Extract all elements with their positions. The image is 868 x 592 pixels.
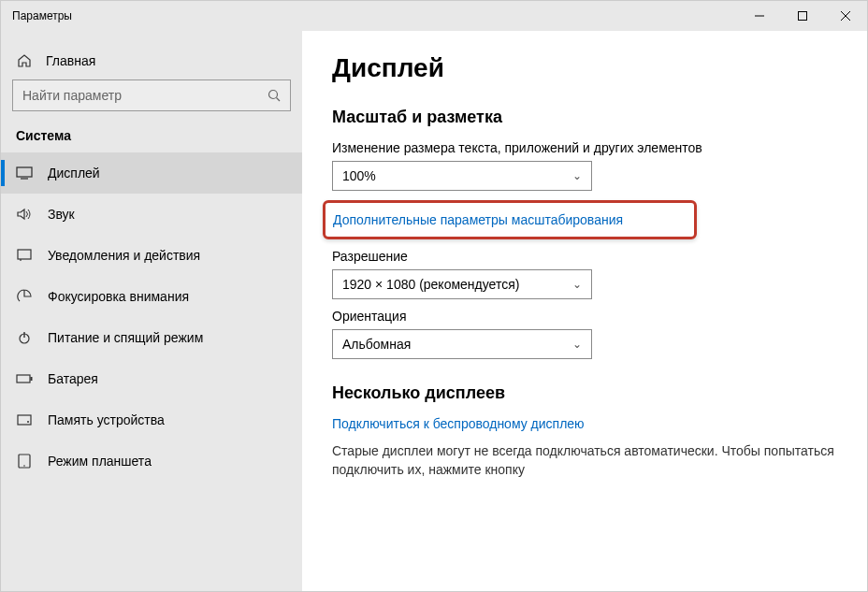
help-text: Старые дисплеи могут не всегда подключат… [332,442,837,479]
sidebar-item-battery[interactable]: Батарея [1,358,302,399]
resolution-label: Разрешение [332,249,837,264]
section-multi-title: Несколько дисплеев [332,383,837,403]
maximize-button[interactable] [781,1,824,31]
home-icon [16,53,33,68]
power-icon [16,331,33,344]
home-label: Главная [46,53,95,68]
sidebar-item-label: Фокусировка внимания [48,289,189,304]
sidebar-item-label: Батарея [48,371,98,386]
titlebar: Параметры [1,1,867,31]
section-label: Система [1,128,302,152]
search-input[interactable] [22,88,268,103]
sidebar-item-power[interactable]: Питание и спящий режим [1,317,302,358]
display-icon [16,166,33,180]
storage-icon [16,414,33,426]
scale-label: Изменение размера текста, приложений и д… [332,140,837,155]
chevron-down-icon: ⌄ [572,278,582,291]
svg-rect-8 [18,250,31,259]
sidebar-item-storage[interactable]: Память устройства [1,399,302,440]
highlight-annotation: Дополнительные параметры масштабирования [323,200,697,239]
advanced-scaling-link[interactable]: Дополнительные параметры масштабирования [333,212,687,227]
sidebar-item-sound[interactable]: Звук [1,194,302,235]
window-title: Параметры [12,9,738,22]
notifications-icon [16,249,33,262]
scale-value: 100% [342,168,376,183]
sidebar-item-label: Режим планшета [48,454,152,469]
svg-rect-12 [31,377,33,381]
sidebar-item-tablet[interactable]: Режим планшета [1,440,302,482]
svg-point-14 [27,421,29,423]
close-button[interactable] [824,1,867,31]
section-scale-title: Масштаб и разметка [332,108,837,127]
orientation-label: Ориентация [332,309,837,324]
sidebar-item-label: Дисплей [48,166,100,180]
svg-line-5 [277,98,281,102]
scale-select[interactable]: 100% ⌄ [332,161,592,191]
sidebar-item-notifications[interactable]: Уведомления и действия [1,235,302,276]
resolution-value: 1920 × 1080 (рекомендуется) [342,277,519,292]
page-title: Дисплей [332,53,837,83]
svg-rect-6 [17,167,32,177]
sidebar-item-label: Звук [48,207,75,222]
home-button[interactable]: Главная [1,46,302,79]
nav-list: Дисплей Звук Уведомления и действия Фоку… [1,152,302,482]
svg-point-16 [23,465,25,467]
focus-icon [16,289,33,304]
svg-rect-11 [17,375,30,383]
battery-icon [16,374,33,383]
main-content: Дисплей Масштаб и разметка Изменение раз… [302,31,867,591]
sidebar-item-label: Уведомления и действия [48,248,200,263]
svg-rect-1 [799,12,807,21]
chevron-down-icon: ⌄ [572,169,582,182]
tablet-icon [16,454,33,469]
wireless-display-link[interactable]: Подключиться к беспроводному дисплею [332,416,837,431]
orientation-select[interactable]: Альбомная ⌄ [332,329,592,359]
resolution-select[interactable]: 1920 × 1080 (рекомендуется) ⌄ [332,269,592,299]
chevron-down-icon: ⌄ [572,338,582,351]
svg-point-4 [269,91,278,99]
svg-rect-13 [18,415,31,425]
sidebar-item-display[interactable]: Дисплей [1,152,302,194]
sidebar-item-label: Память устройства [48,412,165,427]
orientation-value: Альбомная [342,337,411,352]
minimize-button[interactable] [738,1,781,31]
sidebar: Главная Система Дисплей Звук [1,31,302,591]
sidebar-item-focus[interactable]: Фокусировка внимания [1,276,302,317]
search-box[interactable] [12,79,291,111]
sound-icon [16,208,33,221]
search-icon [268,89,281,102]
sidebar-item-label: Питание и спящий режим [48,330,203,345]
